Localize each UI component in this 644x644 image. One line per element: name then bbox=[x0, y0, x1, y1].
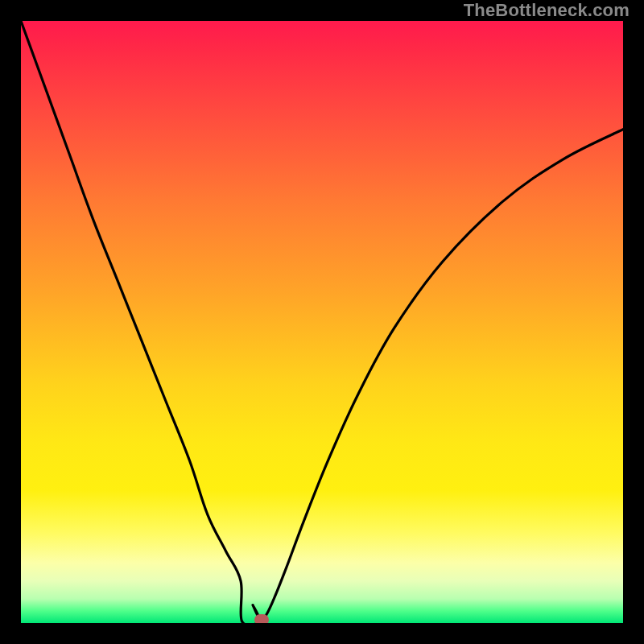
optimum-marker bbox=[254, 614, 269, 623]
bottleneck-curve bbox=[21, 21, 623, 623]
plot-area bbox=[21, 21, 623, 623]
chart-frame: TheBottleneck.com bbox=[0, 0, 644, 644]
watermark-text: TheBottleneck.com bbox=[464, 0, 630, 21]
